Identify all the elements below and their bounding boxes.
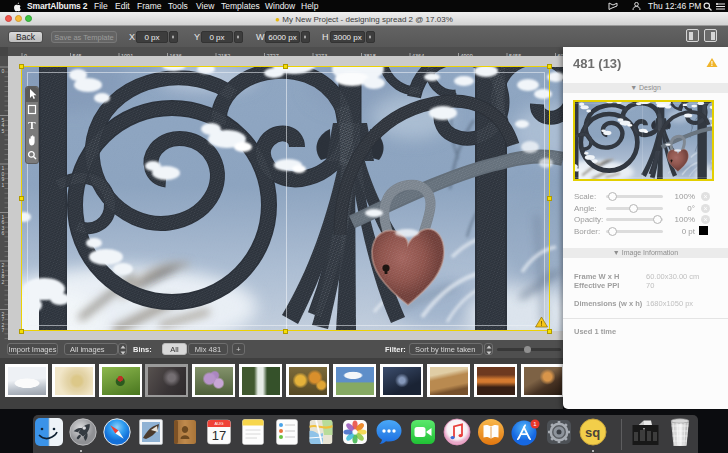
svg-text:0: 0 [2, 68, 5, 74]
svg-text:1: 1 [2, 182, 5, 188]
svg-text:7: 7 [2, 327, 5, 333]
svg-text:5: 5 [2, 128, 5, 134]
svg-text:!: ! [540, 319, 542, 328]
svg-text:6: 6 [2, 230, 5, 236]
svg-text:17: 17 [212, 428, 226, 443]
svg-text:sq: sq [585, 425, 600, 440]
svg-text:2: 2 [2, 279, 5, 285]
svg-text:AUG: AUG [214, 421, 223, 426]
svg-text:!: ! [711, 60, 713, 67]
